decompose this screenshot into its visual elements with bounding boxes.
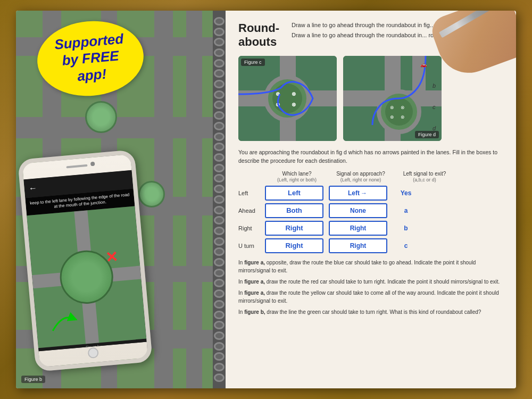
spiral-loop <box>214 153 225 162</box>
table-row-uturn: U turn Right Right c <box>238 238 503 253</box>
answer-ahead-signal: None <box>329 203 387 218</box>
spiral-loop <box>214 80 225 88</box>
spiral-loop <box>214 311 225 319</box>
phone-map-area: ✕ <box>27 206 146 348</box>
question-3: In figure a, draw the route the yellow c… <box>238 289 503 305</box>
phone-mockup: ← keep to the left lane by following the… <box>18 149 153 372</box>
answer-uturn-which: Right <box>265 238 323 253</box>
spiral-loop <box>214 101 225 109</box>
figure-c-box: Figure c ⊗ ⊗ ⊗ ⊗ <box>238 56 337 141</box>
table-row-ahead: Ahead Both None a <box>238 203 503 218</box>
col-which-sub: (Left, right or both) <box>265 177 329 184</box>
svg-point-4 <box>272 84 302 113</box>
spiral-loop <box>214 331 225 340</box>
spiral-loop <box>214 321 225 329</box>
question-4: In figure b, draw the line the green car… <box>238 308 503 316</box>
hand-shape <box>428 11 516 80</box>
spiral-loop <box>214 122 225 130</box>
spiral-loop <box>214 342 225 351</box>
spiral-loop <box>214 164 225 172</box>
table-section: Left Left Left → Yes Ahead Both None a R… <box>238 186 503 253</box>
book: Supported by FREE app! ← keep to the lef… <box>16 11 516 388</box>
svg-text:⊗: ⊗ <box>292 91 296 97</box>
answer-left-exit: Yes <box>393 186 419 201</box>
spiral-loop <box>214 300 225 309</box>
svg-point-14 <box>385 98 413 126</box>
phone-speaker <box>66 164 87 168</box>
row-label-uturn: U turn <box>238 243 265 249</box>
spiral-loop <box>214 363 225 371</box>
spiral-loop <box>214 269 225 277</box>
spiral-loop <box>214 237 225 246</box>
answer-uturn-exit: c <box>393 238 419 253</box>
spiral-loop <box>214 279 225 287</box>
figure-b-label: Figure b <box>21 376 45 383</box>
figure-d-label: Figure d <box>415 131 439 138</box>
answer-left-signal: Left → <box>329 186 387 201</box>
svg-text:d: d <box>433 125 436 131</box>
phone-camera <box>90 162 95 167</box>
spiral-loop <box>214 289 225 298</box>
phone-back-icon: ← <box>28 183 38 193</box>
answer-left-which: Left <box>265 186 323 201</box>
table-headers: Which lane? (Left, right or both) Signal… <box>238 170 503 184</box>
row-label-left: Left <box>238 190 265 196</box>
badge-line3: app! <box>77 65 107 85</box>
spiral-loop <box>214 143 225 151</box>
answer-right-which: Right <box>265 221 323 236</box>
col-exit-sub: (a,b,c or d) <box>393 177 456 184</box>
table-row-right: Right Right Right b <box>238 221 503 236</box>
right-page: Round-abouts Draw a line to go ahead thr… <box>226 11 516 388</box>
spiral-loop <box>214 59 225 68</box>
figure-c-svg: ⊗ ⊗ ⊗ ⊗ <box>238 56 337 141</box>
question-1: In figure a, opposite, draw the route th… <box>238 259 503 275</box>
description-text: You are approaching the roundabout in fi… <box>238 148 503 165</box>
svg-text:⊗: ⊗ <box>390 114 394 120</box>
answer-ahead-exit: a <box>393 203 419 218</box>
answer-right-exit: b <box>393 221 419 236</box>
phone-home-button <box>87 347 99 359</box>
svg-text:⊗: ⊗ <box>390 105 394 110</box>
svg-text:⊗: ⊗ <box>292 102 296 107</box>
col-signal-sub: (Left, right or none) <box>329 177 393 184</box>
map-roundabout-2 <box>138 181 165 207</box>
spiral-loop <box>214 38 225 46</box>
spiral-loop <box>214 247 225 256</box>
spiral-loop <box>214 227 225 235</box>
answer-uturn-signal: Right <box>329 238 387 253</box>
phone-screen: ← keep to the left lane by following the… <box>23 170 146 352</box>
col-header-signal: Signal on approach? (Left, right or none… <box>329 170 393 184</box>
col-signal-label: Signal on approach? <box>329 170 393 177</box>
svg-text:c: c <box>433 104 436 110</box>
col-header-which: Which lane? (Left, right or both) <box>265 170 329 184</box>
spiral-loop <box>214 373 225 382</box>
spiral-loop <box>214 111 225 120</box>
left-page: Supported by FREE app! ← keep to the lef… <box>16 11 213 388</box>
table-row-left: Left Left Left → Yes <box>238 186 503 201</box>
spiral-loop <box>214 132 225 141</box>
spiral-loop <box>214 174 225 182</box>
question-2: In figure a, draw the route the red car … <box>238 278 503 286</box>
spiral-binding <box>213 11 226 388</box>
left-signal-arrow: → <box>361 189 367 197</box>
svg-text:b: b <box>433 82 436 89</box>
svg-text:⊗: ⊗ <box>401 105 405 110</box>
spiral-loop <box>214 258 225 267</box>
col-which-label: Which lane? <box>265 170 329 177</box>
left-signal-text: Left <box>348 189 360 197</box>
road-vertical-4 <box>186 11 202 388</box>
row-label-right: Right <box>238 225 265 231</box>
spiral-loop <box>214 17 225 26</box>
spiral-loop <box>214 90 225 99</box>
map-roundabout-1 <box>85 101 117 133</box>
spiral-loop <box>214 195 225 204</box>
svg-text:⊗: ⊗ <box>401 114 405 120</box>
phone-route-arrow <box>45 302 80 336</box>
hand-pen-overlay <box>420 11 516 80</box>
row-label-ahead: Ahead <box>238 207 265 214</box>
spiral-loop <box>214 352 225 361</box>
answer-ahead-which: Both <box>265 203 323 218</box>
phone-x-mark: ✕ <box>104 248 118 267</box>
answer-right-signal: Right <box>329 221 387 236</box>
figure-c-label: Figure c <box>241 59 265 66</box>
